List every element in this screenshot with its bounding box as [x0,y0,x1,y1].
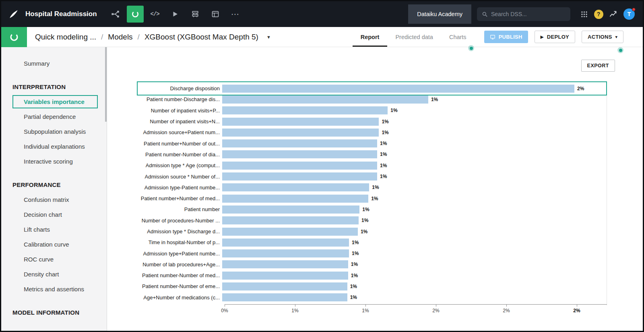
sidebar-item-variables-importance[interactable]: Variables importance [12,95,98,108]
actions-button[interactable]: ACTIONS ▾ [582,31,623,43]
category-label: Discharge disposition [107,85,222,91]
importance-bar[interactable] [222,129,379,137]
value-label: 1% [380,151,387,157]
chart-row[interactable]: Time in hospital-Number of p...1% [107,237,607,248]
importance-bar[interactable] [222,150,377,158]
sidebar-item-subpopulation-analysis[interactable]: Subpopulation analysis [1,124,107,139]
body: SummaryINTERPRETATIONVariables importanc… [1,47,643,331]
importance-bar[interactable] [222,118,379,126]
chart-row[interactable]: Patient number-Discharge dis...1% [107,94,607,105]
value-label: 1% [351,261,358,267]
importance-bar[interactable] [222,172,377,181]
notebook-icon[interactable] [206,5,224,23]
tab-predicted-data[interactable]: Predicted data [387,27,441,47]
importance-bar[interactable] [222,205,359,214]
tab-report[interactable]: Report [353,27,388,47]
more-icon[interactable]: ⋯ [227,5,244,23]
importance-bar[interactable] [222,95,428,104]
importance-bar[interactable] [222,106,388,114]
chart-row[interactable]: Number of procedures-Number ...1% [107,215,607,226]
value-label: 1% [371,196,378,201]
code-icon[interactable]: </> [146,5,164,23]
sidebar-item-metrics-and-assertions[interactable]: Metrics and assertions [1,282,107,297]
category-label: Patient number [107,206,222,212]
chart-row[interactable]: Admission type+Patient numbe...1% [107,248,607,259]
chart-row[interactable]: Admission source+Patient num...1% [107,127,607,138]
chart-row[interactable]: Patient number1% [107,204,607,215]
breadcrumb-analysis[interactable]: Quick modeling ... [35,33,96,42]
breadcrumb-model-name[interactable]: XGBoost (XGBoost Max Depth 5) [144,33,258,42]
avatar[interactable]: T [623,8,635,20]
publish-button[interactable]: PUBLISH [484,31,528,43]
search-box[interactable] [477,7,570,21]
flow-icon[interactable] [107,5,124,23]
chart-row[interactable]: Age+Number of medications (c...1% [107,292,607,303]
deploy-button[interactable]: ▶ DEPLOY [535,31,575,43]
hint-dot-right[interactable] [617,47,623,53]
importance-bar[interactable] [222,183,369,191]
play-icon[interactable] [166,5,184,23]
export-button[interactable]: EXPORT [581,60,615,72]
value-label: 2% [577,86,584,91]
breadcrumb-models[interactable]: Models [108,33,132,42]
chart-row[interactable]: Number of lab procedures+Age...1% [107,259,607,270]
importance-bar[interactable] [222,282,347,290]
sidebar-item-roc-curve[interactable]: ROC curve [1,252,107,267]
trend-icon[interactable] [606,7,620,21]
value-label: 1% [352,251,359,256]
x-tick-mark [436,305,436,307]
help-icon[interactable]: ? [591,7,606,21]
chart-row[interactable]: Patient number-Number of eme...1% [107,281,607,292]
search-input[interactable] [491,11,555,17]
importance-bar[interactable] [222,293,347,301]
importance-bar[interactable] [222,195,368,203]
chart-row[interactable]: Admission source * Number of...1% [107,171,607,182]
sidebar-item-lift-charts[interactable]: Lift charts [1,222,107,237]
chart-row[interactable]: Admission type * Age (comput...1% [107,160,607,171]
hint-dot-charts[interactable] [468,45,474,51]
lab-icon[interactable] [127,6,144,23]
chart-row[interactable]: Patient number+Number of out...1% [107,138,607,149]
sidebar-item-individual-explanations[interactable]: Individual explanations [1,139,107,154]
chart-row[interactable]: Discharge disposition2% [107,83,607,94]
importance-bar[interactable] [222,162,377,170]
apps-grid-icon[interactable] [577,7,591,21]
jobs-icon[interactable] [186,5,204,23]
sidebar-item-calibration-curve[interactable]: Calibration curve [1,237,107,252]
sidebar-item-summary[interactable]: Summary [1,56,107,71]
importance-bar[interactable] [222,249,349,257]
importance-bar[interactable] [222,139,377,147]
dataiku-logo-icon[interactable] [8,8,20,20]
sidebar-scrollbar[interactable] [105,47,107,122]
chevron-down-icon[interactable]: ▼ [266,35,271,39]
academy-button[interactable]: Dataiku Academy [408,4,471,24]
chart-row[interactable]: Patient number-Number of med...1% [107,270,607,281]
plot-area: 1% [222,106,605,114]
tab-charts[interactable]: Charts [441,27,475,47]
sidebar-item-density-chart[interactable]: Density chart [1,267,107,282]
importance-bar[interactable] [222,260,348,268]
chart-row[interactable]: Patient number+Number of med...1% [107,193,607,204]
chart-row[interactable]: Admission type * Discharge d...1% [107,226,607,237]
chart-row[interactable]: Patient number-Number of dia...1% [107,149,607,160]
chart-row[interactable]: Admission type-Patient numbe...1% [107,182,607,193]
sidebar-section-header: MODEL INFORMATION [1,305,107,320]
sidebar-item-confusion-matrix[interactable]: Confusion matrix [1,192,107,207]
sidebar-item-decision-chart[interactable]: Decision chart [1,207,107,222]
category-label: Patient number+Number of med... [107,195,222,201]
importance-bar[interactable] [222,272,348,280]
category-label: Patient number-Number of med... [107,272,222,278]
importance-bar[interactable] [222,228,358,236]
project-title[interactable]: Hospital Readmission [25,10,97,18]
sidebar-item-interactive-scoring[interactable]: Interactive scoring [1,154,107,169]
chart-row[interactable]: Number of inpatient visits+N...1% [107,116,607,127]
importance-bar[interactable] [222,85,574,93]
notification-dot [632,8,636,11]
value-label: 1% [380,141,387,146]
sidebar-item-partial-dependence[interactable]: Partial dependence [1,109,107,124]
report-content: EXPORT Discharge disposition2%Patient nu… [107,47,643,331]
importance-bar[interactable] [222,239,349,247]
analysis-icon[interactable] [1,27,27,47]
importance-bar[interactable] [222,216,359,224]
chart-row[interactable]: Number of inpatient visits+P...1% [107,105,607,116]
